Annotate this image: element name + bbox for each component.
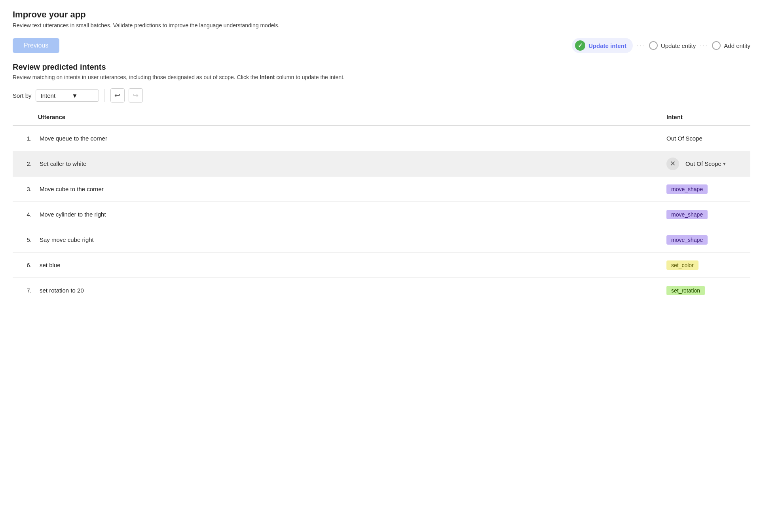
- intent-badge-3[interactable]: move_shape: [666, 184, 708, 194]
- row-num-6: 6.: [13, 262, 35, 268]
- row-utterance-4: Move cylinder to the right: [35, 211, 663, 218]
- intent-badge-5[interactable]: move_shape: [666, 235, 708, 245]
- table-row: 7. set rotation to 20 set_rotation: [13, 278, 750, 303]
- intent-badge-4[interactable]: move_shape: [666, 210, 708, 219]
- row-num-2: 2.: [13, 160, 35, 167]
- row-num-4: 4.: [13, 211, 35, 218]
- sort-bar: Sort by Intent ▼ ↩ ↪: [13, 88, 750, 103]
- row-utterance-6: set blue: [35, 262, 663, 268]
- intent-dropdown-arrow-2: ▾: [723, 161, 726, 167]
- row-num-5: 5.: [13, 236, 35, 243]
- step-update-entity[interactable]: Update entity: [649, 41, 696, 50]
- table-row: 1. Move queue to the corner Out Of Scope: [13, 126, 750, 151]
- row-intent-4: move_shape: [663, 210, 750, 219]
- intent-badge-7[interactable]: set_rotation: [666, 286, 705, 295]
- step-circle-2: [649, 41, 658, 50]
- row-utterance-3: Move cube to the corner: [35, 186, 663, 192]
- undo-button[interactable]: ↩: [110, 88, 125, 103]
- row-intent-3: move_shape: [663, 184, 750, 194]
- step-circle-3: [712, 41, 721, 50]
- section-desc: Review matching on intents in user utter…: [13, 74, 750, 80]
- table-row: 3. Move cube to the corner move_shape: [13, 177, 750, 202]
- step-update-entity-label: Update entity: [661, 42, 696, 49]
- section-desc-before: Review matching on intents in user utter…: [13, 74, 260, 80]
- table-row: 6. set blue set_color: [13, 253, 750, 278]
- step-dots-1: ···: [637, 42, 645, 50]
- col-header-intent: Intent: [663, 112, 750, 122]
- row-utterance-2: Set caller to white: [35, 160, 663, 167]
- row-num-7: 7.: [13, 287, 35, 294]
- intent-badge-6[interactable]: set_color: [666, 260, 698, 270]
- table-row: 2. Set caller to white ✕ Out Of Scope ▾: [13, 151, 750, 177]
- sort-divider: [104, 89, 105, 102]
- section-title: Review predicted intents: [13, 63, 750, 72]
- row-intent-7: set_rotation: [663, 286, 750, 295]
- page-subtitle: Review text utterances in small batches.…: [13, 22, 750, 28]
- col-header-num: [13, 112, 35, 122]
- intent-text-2: Out Of Scope: [685, 160, 721, 167]
- row-utterance-5: Say move cube right: [35, 236, 663, 243]
- page-title: Improve your app: [13, 10, 750, 20]
- step-update-intent[interactable]: ✓ Update intent: [572, 38, 633, 53]
- col-header-utterance: Utterance: [35, 112, 663, 122]
- intent-dropdown-2[interactable]: Out Of Scope ▾: [685, 160, 726, 167]
- row-utterance-7: set rotation to 20: [35, 287, 663, 294]
- clear-intent-button-2[interactable]: ✕: [666, 158, 679, 170]
- row-utterance-1: Move queue to the corner: [35, 135, 663, 142]
- utterances-table: Utterance Intent 1. Move queue to the co…: [13, 109, 750, 303]
- section-desc-bold: Intent: [260, 74, 275, 80]
- sort-label: Sort by: [13, 92, 32, 99]
- row-intent-5: move_shape: [663, 235, 750, 245]
- row-intent-1: Out Of Scope: [663, 135, 750, 142]
- table-header: Utterance Intent: [13, 109, 750, 126]
- row-num-1: 1.: [13, 135, 35, 142]
- step-add-entity[interactable]: Add entity: [712, 41, 750, 50]
- top-bar: Previous ✓ Update intent ··· Update enti…: [13, 38, 750, 53]
- row-intent-2: ✕ Out Of Scope ▾: [663, 158, 750, 170]
- row-intent-6: set_color: [663, 260, 750, 270]
- sort-dropdown-arrow: ▼: [72, 92, 94, 99]
- section-desc-after: column to update the intent.: [275, 74, 345, 80]
- step-add-entity-label: Add entity: [724, 42, 750, 49]
- step-check-icon: ✓: [575, 40, 585, 51]
- step-dots-2: ···: [700, 42, 708, 50]
- intent-text-1[interactable]: Out Of Scope: [666, 135, 702, 142]
- row-num-3: 3.: [13, 186, 35, 192]
- redo-button[interactable]: ↪: [129, 88, 143, 103]
- sort-select[interactable]: Intent ▼: [36, 89, 99, 102]
- table-row: 5. Say move cube right move_shape: [13, 227, 750, 253]
- previous-button[interactable]: Previous: [13, 38, 59, 53]
- steps-nav: ✓ Update intent ··· Update entity ··· Ad…: [572, 38, 750, 53]
- table-row: 4. Move cylinder to the right move_shape: [13, 202, 750, 227]
- sort-selected-value: Intent: [41, 92, 63, 99]
- step-update-intent-label: Update intent: [588, 42, 626, 49]
